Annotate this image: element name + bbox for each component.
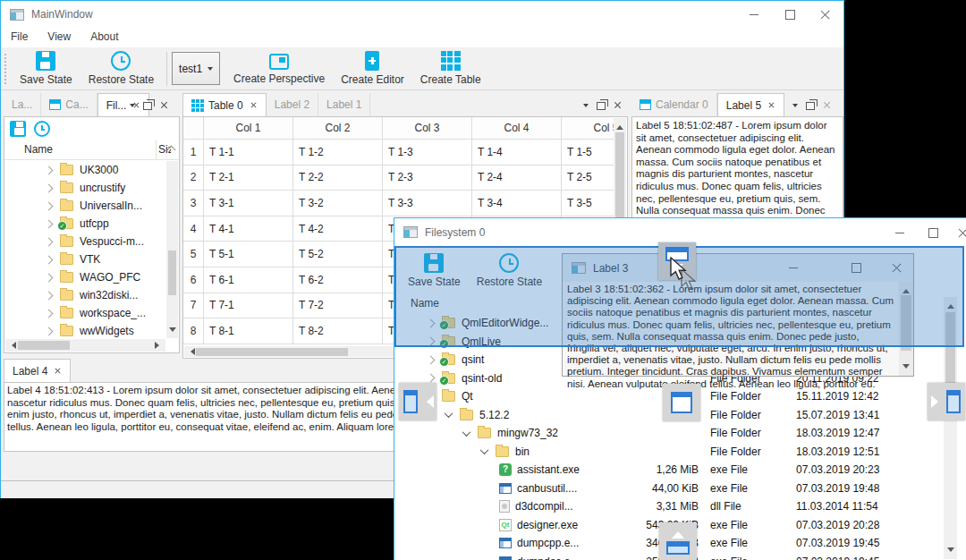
table-cell[interactable]: T 3-5 [562, 191, 614, 216]
expand-arrow-icon[interactable] [45, 183, 54, 192]
save-icon[interactable] [10, 121, 26, 137]
maximize-button[interactable] [772, 2, 808, 27]
table-cell[interactable]: T 4-2 [293, 216, 383, 242]
expand-arrow-icon[interactable] [445, 409, 453, 418]
expand-arrow-icon[interactable] [45, 237, 54, 246]
tab-label-2[interactable]: Label 2 [267, 93, 318, 116]
table-cell[interactable]: T 5-1 [204, 242, 293, 267]
table-cell[interactable]: T 3-2 [293, 191, 383, 216]
expand-arrow-icon[interactable] [45, 309, 54, 318]
menu-about[interactable]: About [80, 27, 128, 47]
expand-arrow-icon[interactable] [45, 165, 54, 174]
table-cell[interactable]: T 3-4 [472, 191, 562, 216]
float-icon[interactable] [806, 102, 815, 110]
dock-indicator-left[interactable] [399, 383, 436, 420]
table-cell[interactable]: T 6-1 [204, 267, 293, 293]
close-icon[interactable] [823, 101, 831, 109]
tree-header[interactable]: Name Size [4, 140, 179, 160]
tab-close-icon[interactable] [768, 102, 775, 109]
tab-menu-icon[interactable] [130, 104, 135, 110]
table-cell[interactable]: T 8-2 [293, 318, 383, 344]
column-header[interactable]: Col 1 [204, 117, 293, 140]
fs-tree-item[interactable]: binFile Folder18.03.2019 12:51 [394, 443, 944, 462]
column-header[interactable]: Col 3 [383, 117, 472, 140]
fs-tree-item[interactable]: d3dcompil...3,31 MiBdll File11.03.2014 1… [394, 497, 944, 516]
table-cell[interactable]: T 7-1 [204, 293, 293, 319]
float-icon[interactable] [597, 102, 606, 110]
tree-item[interactable]: uncrustify [4, 179, 160, 197]
create-perspective-button[interactable]: Create Perspective [225, 48, 333, 89]
tree-item[interactable]: wwWidgets [4, 322, 160, 338]
expand-arrow-icon[interactable] [45, 255, 54, 264]
fs-tree-item[interactable]: assistant.exe1,26 MiBexe File07.03.2019 … [394, 461, 944, 479]
table-cell[interactable]: T 6-2 [293, 267, 383, 293]
tab-menu-icon[interactable] [792, 104, 798, 110]
table-cell[interactable]: T 1-1 [204, 140, 293, 165]
tree-item[interactable]: UniversalIn... [4, 197, 160, 215]
perspective-combo[interactable]: test1 [172, 52, 220, 85]
expand-arrow-icon[interactable] [45, 327, 54, 335]
table-cell[interactable]: T 1-4 [472, 140, 562, 165]
tab-label-4[interactable]: Label 4 [4, 359, 71, 382]
tree-item[interactable]: WAGO_PFC [4, 268, 160, 286]
save-state-button[interactable]: Save State [12, 48, 80, 89]
menu-file[interactable]: File [1, 27, 38, 47]
minimize-button[interactable] [882, 220, 918, 245]
table-cell[interactable]: T 1-3 [383, 140, 472, 165]
column-header-name[interactable]: Name [24, 143, 53, 156]
tab-ca-[interactable]: Ca... [41, 93, 97, 116]
restore-state-button[interactable]: Restore State [80, 48, 162, 89]
restore-icon[interactable] [34, 121, 50, 137]
dock-indicator-center[interactable] [663, 384, 700, 421]
table-cell[interactable]: T 2-5 [562, 165, 614, 191]
tree-item[interactable]: Vespucci-m... [4, 233, 160, 250]
expand-arrow-icon[interactable] [45, 219, 54, 228]
table-cell[interactable]: T 3-1 [204, 191, 293, 216]
menu-view[interactable]: View [38, 27, 80, 47]
tab-table-0[interactable]: Table 0 [182, 93, 267, 116]
table-cell[interactable]: T 4-1 [204, 216, 293, 242]
tree-item[interactable]: utfcpp [4, 215, 160, 233]
table-cell[interactable]: T 2-1 [204, 165, 293, 191]
tree-item[interactable]: workspace_... [4, 304, 160, 322]
table-cell[interactable]: T 2-4 [472, 165, 562, 191]
table-cell[interactable]: T 1-2 [293, 140, 383, 165]
create-editor-button[interactable]: Create Editor [333, 48, 412, 89]
close-icon[interactable] [614, 101, 622, 109]
tab-label-5[interactable]: Label 5 [717, 93, 784, 116]
tab-label-1[interactable]: Label 1 [318, 93, 370, 116]
expand-arrow-icon[interactable] [45, 291, 54, 300]
tab-la-[interactable]: La... [4, 93, 41, 116]
table-cell[interactable]: T 1-5 [562, 140, 614, 165]
expand-arrow-icon[interactable] [427, 355, 436, 364]
tree-item[interactable]: UK3000 [4, 161, 160, 179]
minimize-button[interactable] [736, 2, 772, 27]
expand-arrow-icon[interactable] [45, 273, 54, 282]
expand-arrow-icon[interactable] [462, 428, 471, 437]
tab-calendar-0[interactable]: Calendar 0 [631, 93, 717, 116]
create-table-button[interactable]: Create Table [412, 48, 489, 89]
close-icon[interactable] [160, 101, 168, 109]
tab-close-icon[interactable] [55, 368, 62, 375]
close-button[interactable] [808, 2, 843, 27]
vertical-scrollbar[interactable] [166, 161, 178, 338]
expand-arrow-icon[interactable] [45, 201, 54, 210]
dock-indicator-right[interactable] [928, 383, 965, 420]
tab-menu-icon[interactable] [583, 104, 589, 110]
column-header[interactable]: Col 4 [472, 117, 562, 140]
dock-indicator-bottom[interactable] [659, 522, 697, 560]
column-header[interactable]: Col 5 [562, 117, 614, 140]
expand-arrow-icon[interactable] [427, 374, 436, 383]
horizontal-scrollbar[interactable] [5, 339, 165, 352]
main-title-bar[interactable]: MainWindow [1, 1, 843, 28]
table-cell[interactable]: T 2-2 [293, 165, 383, 191]
table-cell[interactable]: T 2-3 [383, 165, 472, 191]
close-button[interactable] [945, 220, 966, 245]
expand-arrow-icon[interactable] [480, 445, 489, 454]
tree-item[interactable]: win32diski... [4, 286, 160, 304]
toolbar-handle[interactable] [4, 53, 8, 85]
table-cell[interactable]: T 7-2 [293, 293, 383, 319]
fs-tree-item[interactable]: canbusutil....44,00 KiBexe File07.03.201… [394, 479, 944, 498]
table-cell[interactable]: T 5-2 [293, 242, 383, 267]
fs-tree-item[interactable]: mingw73_32File Folder18.03.2019 12:47 [394, 424, 944, 443]
